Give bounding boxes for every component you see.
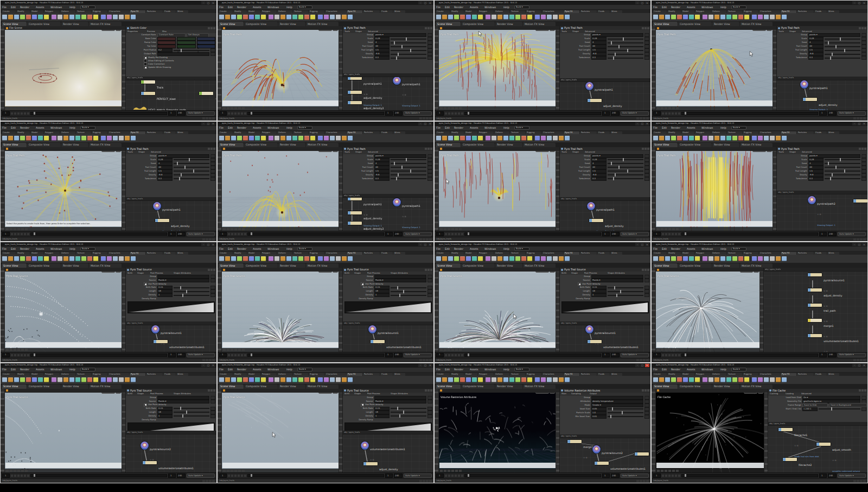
param-value-field[interactable]: 0.28 bbox=[808, 158, 824, 162]
display-option-button[interactable] bbox=[676, 349, 679, 351]
shelf-tool-icon[interactable] bbox=[478, 15, 483, 20]
menu-item[interactable]: File bbox=[436, 126, 443, 130]
param-menu-button[interactable] bbox=[644, 177, 649, 181]
network-node[interactable]: JYFX2_sketch_fireworks_node☆ ⊙ bbox=[133, 102, 203, 110]
shelf-tool-icon[interactable] bbox=[454, 15, 459, 20]
shelf-tool-icon[interactable] bbox=[466, 15, 471, 20]
slider-handle[interactable] bbox=[193, 169, 194, 173]
shelf-tool-icon[interactable] bbox=[503, 136, 508, 141]
shelf-tool-icon[interactable] bbox=[436, 256, 441, 261]
transport-button[interactable] bbox=[234, 233, 237, 235]
transport-button[interactable] bbox=[461, 475, 463, 477]
status-widget[interactable] bbox=[429, 359, 432, 361]
frame-end-field[interactable]: 240 bbox=[611, 353, 620, 357]
frame-current-field[interactable]: 1 bbox=[602, 111, 610, 116]
param-value-field[interactable]: 40 bbox=[157, 166, 173, 169]
parameter-tab[interactable]: Shape bbox=[137, 393, 144, 395]
shelf-tool-icon[interactable] bbox=[8, 136, 13, 141]
parameter-tab[interactable]: Shape bbox=[571, 272, 578, 274]
desktop-selector[interactable]: Build ▾ bbox=[80, 247, 95, 251]
network-editor[interactable]: obj / pyro_trailspyrotrailsource1☆ ⊙volu… bbox=[560, 321, 650, 352]
viewport[interactable]: Pyro Trail Source persp0 bbox=[5, 268, 125, 352]
pane-tab[interactable]: Scene View bbox=[436, 384, 461, 389]
parameter-tab[interactable]: Shape bbox=[572, 30, 579, 33]
transport-button[interactable] bbox=[662, 354, 664, 356]
param-menu-button[interactable] bbox=[644, 52, 649, 56]
network-editor[interactable]: obj / pyro_trailspyrotrailpath2☆ ⊙Viewin… bbox=[777, 191, 867, 231]
transport-button[interactable] bbox=[445, 475, 447, 477]
frame-start-field[interactable]: 1 bbox=[2, 474, 10, 478]
param-value-field[interactable]: 18 bbox=[591, 289, 607, 293]
status-widget[interactable] bbox=[212, 238, 215, 241]
status-widget[interactable] bbox=[206, 117, 208, 119]
menu-item[interactable]: Windows bbox=[701, 247, 718, 251]
display-option-button[interactable] bbox=[459, 349, 462, 351]
shelf-tool-icon[interactable] bbox=[732, 377, 737, 382]
transport-button[interactable] bbox=[27, 475, 29, 477]
param-menu-button[interactable] bbox=[427, 154, 432, 158]
param-text-field[interactable] bbox=[374, 396, 426, 400]
transport-button[interactable] bbox=[17, 233, 20, 235]
display-option-button[interactable] bbox=[668, 349, 671, 351]
slider-handle[interactable] bbox=[401, 45, 403, 48]
pane-tab[interactable]: Composite View bbox=[244, 143, 278, 147]
window-titlebar[interactable]: pyro_trails_fireworks_design.hip - Houdi… bbox=[1, 122, 216, 126]
menu-item[interactable]: Edit bbox=[11, 126, 18, 130]
display-option-button[interactable] bbox=[10, 349, 12, 351]
shelf-tool-icon[interactable] bbox=[515, 256, 520, 261]
menu-item[interactable]: Render bbox=[454, 247, 468, 251]
network-node[interactable]: adjust_density☆ ⊙ bbox=[587, 98, 631, 110]
param-slider[interactable] bbox=[391, 291, 426, 292]
shelf-tool-icon[interactable] bbox=[726, 256, 731, 261]
pane-tab[interactable]: Render View bbox=[278, 384, 305, 389]
frame-end-field[interactable]: 240 bbox=[828, 111, 837, 116]
pane-tab[interactable]: Render View bbox=[712, 22, 739, 26]
menu-item[interactable]: File bbox=[2, 247, 9, 251]
display-option-button[interactable] bbox=[234, 470, 237, 472]
maximize-button[interactable]: ▢ bbox=[857, 243, 861, 246]
transport-button[interactable] bbox=[672, 233, 674, 235]
display-option-button[interactable] bbox=[25, 349, 28, 351]
menu-item[interactable]: Help bbox=[503, 126, 512, 130]
menu-item[interactable]: Help bbox=[720, 5, 729, 9]
frame-current-field[interactable]: 1 bbox=[602, 474, 610, 478]
param-slider[interactable] bbox=[608, 171, 643, 172]
parameter-tab[interactable]: Shape Attributes bbox=[174, 272, 191, 274]
shelf-tool-icon[interactable] bbox=[119, 377, 124, 382]
transport-button[interactable] bbox=[231, 233, 233, 235]
shelf-tool-icon[interactable] bbox=[75, 256, 80, 261]
viewport-display-bar[interactable] bbox=[656, 227, 773, 231]
pane-mini-icon[interactable] bbox=[210, 389, 213, 392]
param-value-field[interactable]: -9.8 bbox=[808, 173, 824, 177]
shelf-tool-icon[interactable] bbox=[448, 377, 453, 382]
display-option-button[interactable] bbox=[665, 228, 667, 230]
transport-button[interactable] bbox=[27, 354, 29, 356]
shelf-tool-icon[interactable] bbox=[125, 136, 130, 141]
shelf-tool-icon[interactable] bbox=[330, 377, 335, 382]
slider-handle[interactable] bbox=[613, 177, 614, 180]
shelf-tool-icon[interactable] bbox=[298, 256, 303, 261]
slider-handle[interactable] bbox=[613, 56, 614, 60]
parameter-tab[interactable]: Caching bbox=[770, 393, 778, 395]
slider-handle[interactable] bbox=[844, 49, 845, 52]
transport-button[interactable] bbox=[455, 233, 457, 235]
shelf-tool-icon[interactable] bbox=[255, 136, 260, 141]
menu-item[interactable]: Render bbox=[671, 126, 685, 130]
status-widget[interactable] bbox=[206, 359, 208, 361]
shelf-tool-icon[interactable] bbox=[466, 136, 471, 141]
parameter-tab[interactable]: Post-Process bbox=[367, 393, 380, 395]
param-dropdown[interactable]: points ▾ bbox=[591, 154, 643, 158]
frame-end-field[interactable]: 240 bbox=[177, 474, 186, 478]
param-value-field[interactable]: 0.15 bbox=[157, 286, 173, 289]
parameter-tab[interactable]: Loading bbox=[786, 393, 794, 395]
pane-tab[interactable]: Scene View bbox=[436, 22, 461, 26]
param-slider[interactable] bbox=[391, 415, 426, 417]
menu-item[interactable]: Assets bbox=[470, 368, 482, 372]
transport-button[interactable] bbox=[678, 112, 680, 115]
menu-item[interactable]: Windows bbox=[267, 126, 284, 130]
maximize-button[interactable]: ▢ bbox=[640, 243, 644, 246]
pane-tab[interactable]: Composite View bbox=[461, 263, 495, 268]
param-slider[interactable] bbox=[608, 58, 643, 59]
pane-tab[interactable]: Render View bbox=[278, 143, 305, 147]
display-option-button[interactable] bbox=[17, 107, 20, 109]
